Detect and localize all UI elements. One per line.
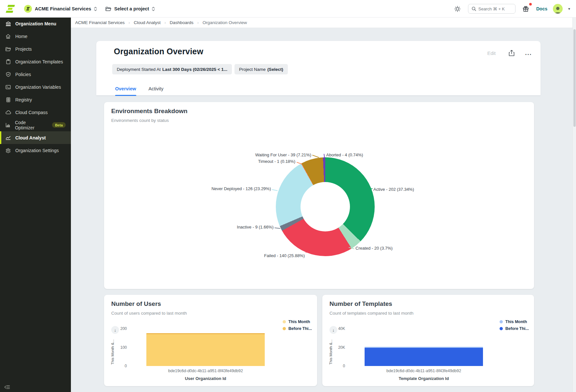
tab-bar: Overview Activity	[96, 82, 541, 96]
notification-dot	[529, 3, 532, 6]
legend-dot	[500, 327, 503, 330]
legend-dot	[500, 320, 503, 323]
beta-badge: Beta	[52, 122, 66, 128]
donut-slice-label: Aborted - 4 (0.74%)	[326, 152, 363, 158]
main-content: Organization Overview Edit ... Deploymen…	[71, 28, 572, 392]
more-menu-icon[interactable]: ...	[524, 48, 533, 58]
breadcrumb: ACME Financial Services › Cloud Analyst …	[71, 18, 572, 28]
environments-donut-chart[interactable]	[276, 157, 375, 256]
donut-leader-line	[297, 162, 302, 164]
card-subtitle: Count of users compared to last month	[111, 311, 187, 316]
org-name: ACME Financial Services	[35, 6, 91, 11]
breadcrumb-item[interactable]: ACME Financial Services	[75, 20, 125, 25]
org-switcher[interactable]: ACME Financial Services	[24, 5, 97, 13]
shield-check-icon	[5, 72, 11, 77]
search-icon	[472, 7, 476, 11]
donut-slice-label: Failed - 140 (25.88%)	[264, 253, 305, 259]
project-selector-label: Select a project	[114, 6, 149, 11]
docs-link[interactable]: Docs	[536, 6, 547, 11]
y-tick: 20K	[331, 345, 345, 350]
bar-series[interactable]	[365, 348, 483, 366]
y-tick: 200	[113, 326, 127, 331]
legend-dot	[283, 320, 286, 323]
card-title: Environments Breakdown	[111, 108, 187, 115]
sidebar-item-organization-settings[interactable]: Organization Settings	[0, 144, 71, 157]
donut-slice-label: Active - 202 (37.34%)	[373, 187, 414, 192]
share-icon[interactable]	[507, 48, 516, 58]
donut-slice-label: Created - 20 (3.7%)	[355, 245, 393, 251]
legend-this-month[interactable]: This Month	[500, 320, 529, 324]
env0-logo-icon	[5, 5, 16, 13]
scrollbar[interactable]	[572, 18, 576, 392]
sidebar-item-policies[interactable]: Policies	[0, 68, 71, 81]
x-axis-label: User Organization Id	[146, 376, 265, 381]
donut-hole	[301, 182, 350, 231]
number-of-users-card: Number of Users Count of users compared …	[104, 295, 317, 386]
tab-activity[interactable]: Activity	[149, 82, 164, 96]
sidebar: Organization Menu Home Projects Organiza…	[0, 18, 71, 392]
user-avatar[interactable]	[553, 4, 563, 14]
filter-deployment-started-at[interactable]: Deployment Started AtLast 300 Days (02/2…	[112, 64, 232, 74]
x-axis-label: Template Organization Id	[365, 376, 483, 381]
sidebar-item-registry[interactable]: Registry	[0, 93, 71, 106]
legend-before-this-month[interactable]: Before Thi...	[283, 326, 312, 331]
donut-leader-line	[312, 155, 319, 158]
legend-dot	[283, 327, 286, 330]
home-icon	[5, 34, 11, 39]
line-chart-icon	[5, 136, 11, 140]
sort-chevrons-icon	[94, 7, 97, 11]
number-of-templates-card: Number of Templates Count of templates c…	[322, 295, 534, 386]
edit-button[interactable]: Edit	[483, 48, 500, 58]
y-tick: 0	[113, 363, 127, 369]
cloud-icon	[5, 110, 11, 114]
tab-overview[interactable]: Overview	[115, 82, 136, 96]
bar-chart-icon	[5, 123, 11, 127]
global-search[interactable]	[468, 4, 516, 14]
breadcrumb-item[interactable]: Cloud Analyst	[134, 20, 161, 25]
templates-bar-chart[interactable]	[365, 329, 483, 366]
x-tick: bde19c6d-d0dc-4b11-a951-8f43fe49db92	[146, 369, 265, 373]
donut-leader-line	[275, 228, 280, 229]
bar-series[interactable]	[146, 334, 265, 366]
card-subtitle: Environments count by status	[111, 118, 169, 123]
filter-project-name[interactable]: Project Name(Select)	[234, 64, 288, 74]
chevron-right-icon: ›	[165, 20, 166, 25]
sidebar-item-organization-variables[interactable]: Organization Variables	[0, 81, 71, 93]
org-avatar-icon	[24, 5, 32, 13]
sidebar-item-home[interactable]: Home	[0, 30, 71, 43]
sidebar-item-organization-templates[interactable]: Organization Templates	[0, 55, 71, 68]
legend-this-month[interactable]: This Month	[283, 320, 312, 324]
legend-before-this-month[interactable]: Before Thi...	[500, 326, 529, 331]
search-input[interactable]	[478, 7, 511, 11]
y-tick: 0	[331, 363, 345, 369]
donut-slice-label: Timeout - 1 (0.18%)	[258, 159, 295, 164]
donut-slice-label: Waiting For User - 39 (7.21%)	[255, 152, 311, 158]
donut-leader-line	[272, 189, 278, 191]
registry-icon	[5, 97, 11, 102]
sidebar-collapse-icon[interactable]	[4, 385, 10, 389]
breadcrumb-item[interactable]: Dashboards	[170, 20, 194, 25]
sidebar-header: Organization Menu	[0, 18, 71, 30]
sidebar-item-cloud-analyst[interactable]: Cloud Analyst	[0, 131, 71, 144]
gear-icon	[5, 148, 11, 153]
folder-open-icon	[105, 7, 111, 11]
breadcrumb-current: Organization Overview	[203, 20, 247, 25]
card-title: Number of Users	[111, 300, 161, 307]
project-switcher[interactable]: Select a project	[105, 6, 155, 11]
whats-new-gift-icon[interactable]	[521, 4, 531, 14]
folder-icon	[5, 47, 11, 51]
sidebar-item-cloud-compass[interactable]: Cloud Compass	[0, 106, 71, 119]
user-menu-caret-icon[interactable]: ▾	[568, 7, 570, 11]
env0-logo[interactable]	[5, 5, 16, 13]
card-title: Number of Templates	[329, 300, 392, 307]
chevron-right-icon: ›	[128, 20, 130, 25]
theme-toggle-sun-icon[interactable]	[453, 4, 462, 14]
environments-breakdown-card: Environments Breakdown Environments coun…	[104, 102, 534, 289]
sidebar-item-code-optimizer[interactable]: Code Optimizer Beta	[0, 119, 71, 131]
chart-legend: This Month Before Thi...	[500, 320, 529, 331]
sidebar-item-projects[interactable]: Projects	[0, 43, 71, 55]
scrollbar-thumb[interactable]	[573, 29, 576, 127]
donut-slice-label: Never Deployed - 126 (23.29%)	[211, 186, 271, 192]
template-icon	[5, 59, 11, 64]
users-bar-chart[interactable]	[146, 329, 265, 366]
